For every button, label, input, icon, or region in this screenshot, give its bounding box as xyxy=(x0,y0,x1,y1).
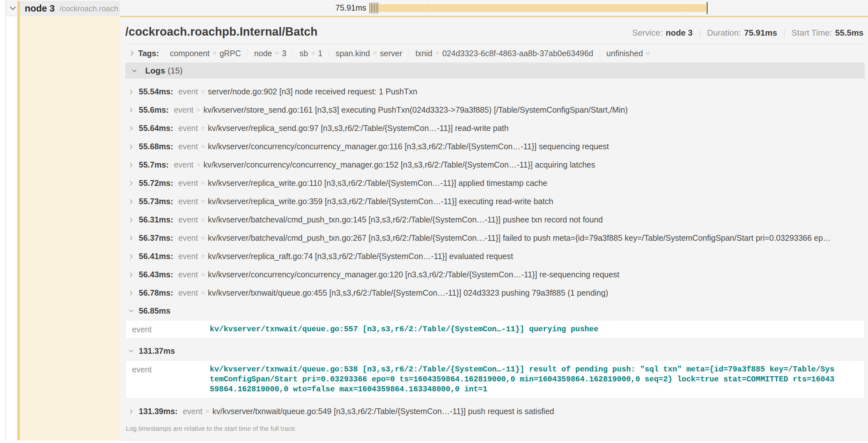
log-tick xyxy=(371,3,372,13)
log-row[interactable]: 55.72ms: event = kv/kvserver/replica_wri… xyxy=(125,174,865,192)
log-timestamp: 55.6ms: xyxy=(139,105,169,114)
equals-sign: = xyxy=(201,271,205,279)
chevron-right-icon xyxy=(128,180,135,186)
log-timestamp: 56.85ms xyxy=(139,306,170,315)
tag-key: txnid xyxy=(415,49,432,58)
log-timestamp: 131.39ms: xyxy=(139,407,178,416)
log-timestamp: 55.73ms: xyxy=(139,197,173,206)
logs-count: (15) xyxy=(168,66,183,76)
log-timestamp: 55.64ms: xyxy=(139,124,173,133)
span-end-tick xyxy=(707,2,708,14)
log-row[interactable]: 55.7ms: event = kv/kvserver/concurrency/… xyxy=(125,156,865,174)
log-row[interactable]: 55.64ms: event = kv/kvserver/replica_sen… xyxy=(125,119,865,137)
log-field-name: event xyxy=(183,407,203,416)
equals-sign: = xyxy=(213,49,217,58)
log-field-name: event xyxy=(178,252,198,261)
equals-sign: = xyxy=(196,161,200,169)
log-timestamp: 56.37ms: xyxy=(139,233,173,243)
log-message: server/node.go:902 [n3] node received re… xyxy=(208,87,417,96)
log-timestamp: 55.72ms: xyxy=(139,178,173,188)
tag-key: sb xyxy=(300,49,308,58)
tag-key: node xyxy=(254,49,272,58)
span-meta: Service:node 3Duration:75.91msStart Time… xyxy=(632,28,864,38)
log-row[interactable]: 55.6ms: event = kv/kvserver/store_send.g… xyxy=(125,101,865,119)
event-value: kv/kvserver/txnwait/queue.go:557 [n3,s3,… xyxy=(210,320,836,338)
logs-title: Logs xyxy=(145,66,165,76)
log-message: kv/kvserver/batcheval/cmd_push_txn.go:26… xyxy=(208,233,831,243)
log-field-name: event xyxy=(178,233,198,243)
tag-item: txnid = 024d3323-6c8f-4863-aa8b-37ab0e63… xyxy=(409,49,600,58)
equals-sign: = xyxy=(201,88,205,96)
meta-label: Start Time: xyxy=(792,28,832,38)
tag-item: span.kind = server xyxy=(329,49,409,58)
log-message: kv/kvserver/concurrency/concurrency_mana… xyxy=(208,142,609,151)
log-message: kv/kvserver/batcheval/cmd_push_txn.go:14… xyxy=(208,215,603,225)
log-row[interactable]: 131.39ms: event = kv/kvserver/txnwait/qu… xyxy=(125,402,865,420)
event-box: event kv/kvserver/txnwait/queue.go:538 [… xyxy=(125,360,865,398)
meta-divider xyxy=(700,29,700,38)
log-tick xyxy=(373,3,373,13)
logs-list: 55.54ms: event = server/node.go:902 [n3]… xyxy=(125,79,865,420)
log-tick-marks xyxy=(369,3,378,13)
log-timestamp: 55.54ms: xyxy=(139,87,173,96)
log-field-name: event xyxy=(178,87,198,96)
log-row[interactable]: 56.43ms: event = kv/kvserver/concurrency… xyxy=(125,266,865,284)
tags-label: Tags: xyxy=(138,49,159,58)
tag-item: unfinished = xyxy=(600,49,659,58)
chevron-down-icon xyxy=(128,308,135,314)
collapse-span-chevron-icon[interactable] xyxy=(8,3,18,13)
log-row[interactable]: 55.73ms: event = kv/kvserver/replica_wri… xyxy=(125,192,865,211)
span-name-tab[interactable]: node 3 /cockroach.roach… xyxy=(17,1,120,16)
log-row[interactable]: 55.68ms: event = kv/kvserver/concurrency… xyxy=(125,137,865,156)
tag-value: 1 xyxy=(318,49,322,58)
log-entry-expanded: 131.37ms event kv/kvserver/txnwait/queue… xyxy=(125,342,865,398)
equals-sign: = xyxy=(201,197,205,206)
equals-sign: = xyxy=(201,289,205,297)
log-timestamp: 56.78ms: xyxy=(139,288,173,298)
equals-sign: = xyxy=(196,106,200,114)
log-row[interactable]: 55.54ms: event = server/node.go:902 [n3]… xyxy=(125,82,865,101)
log-message: kv/kvserver/txnwait/queue.go:549 [n3,s3,… xyxy=(212,407,554,416)
log-group-header[interactable]: 131.37ms xyxy=(125,342,865,360)
tag-value: 024d3323-6c8f-4863-aa8b-37ab0e63496d xyxy=(442,49,593,58)
equals-sign: = xyxy=(373,49,377,58)
log-row[interactable]: 56.41ms: event = kv/kvserver/replica_raf… xyxy=(125,247,865,266)
log-field-name: event xyxy=(178,270,198,279)
equals-sign: = xyxy=(201,252,205,261)
chevron-right-icon xyxy=(128,125,135,132)
chevron-down-icon xyxy=(131,67,139,74)
span-detail-header: /cockroach.roachpb.Internal/Batch Servic… xyxy=(125,17,865,44)
log-field-name: event xyxy=(174,105,193,114)
log-tick xyxy=(374,3,375,13)
equals-sign: = xyxy=(275,49,279,58)
equals-sign: = xyxy=(435,49,439,58)
span-duration-bar[interactable] xyxy=(370,4,707,12)
tag-key: component xyxy=(170,49,210,58)
chevron-right-icon xyxy=(128,217,135,223)
chevron-right-icon xyxy=(128,408,135,415)
logs-footer-note: Log timestamps are relative to the start… xyxy=(125,420,865,438)
equals-sign: = xyxy=(201,142,205,151)
span-title: /cockroach.roachpb.Internal/Batch xyxy=(125,25,318,38)
tag-item: node = 3 xyxy=(248,49,293,58)
log-tick xyxy=(376,3,376,13)
equals-sign: = xyxy=(201,234,205,242)
chevron-right-icon xyxy=(128,198,135,205)
logs-section-header[interactable]: Logs (15) xyxy=(125,63,865,79)
log-row[interactable]: 56.31ms: event = kv/kvserver/batcheval/c… xyxy=(125,211,865,229)
tag-item: sb = 1 xyxy=(293,49,329,58)
equals-sign: = xyxy=(201,179,205,188)
log-timestamp: 55.7ms: xyxy=(139,160,169,170)
chevron-right-icon xyxy=(128,89,135,95)
log-message: kv/kvserver/concurrency/concurrency_mana… xyxy=(203,160,595,170)
tags-section[interactable]: Tags: component = gRPC node = 3 sb = 1 s… xyxy=(125,44,865,63)
equals-sign: = xyxy=(201,216,205,224)
chevron-right-icon xyxy=(128,253,135,260)
log-field-name: event xyxy=(178,288,198,298)
chevron-down-icon xyxy=(128,348,135,354)
log-row[interactable]: 56.37ms: event = kv/kvserver/batcheval/c… xyxy=(125,229,865,247)
meta-value: node 3 xyxy=(665,28,692,38)
meta-value: 55.5ms xyxy=(835,28,864,38)
log-group-header[interactable]: 56.85ms xyxy=(125,302,865,319)
log-row[interactable]: 56.78ms: event = kv/kvserver/txnwait/que… xyxy=(125,284,865,302)
